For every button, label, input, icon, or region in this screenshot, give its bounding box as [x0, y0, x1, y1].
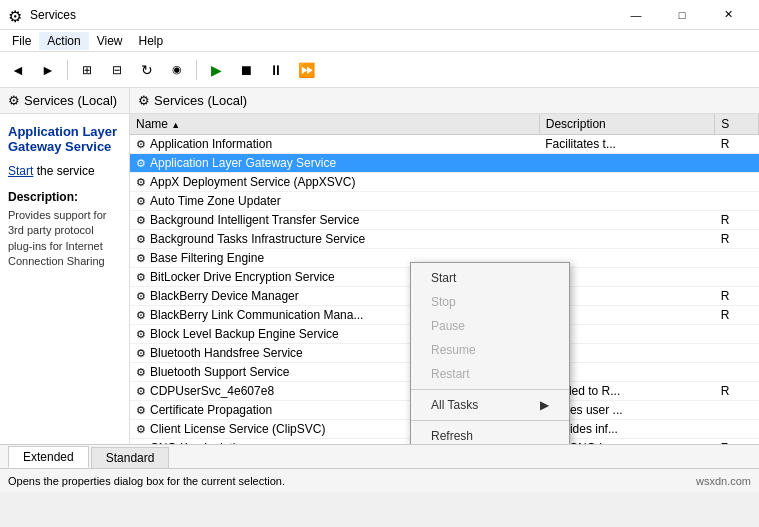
menu-action[interactable]: Action [39, 32, 88, 50]
right-panel: Name ▲ Description S ⚙Application Inform… [130, 114, 759, 444]
status-bar: Opens the properties dialog box for the … [0, 468, 759, 492]
service-status-cell [715, 401, 759, 420]
close-button[interactable]: ✕ [705, 0, 751, 30]
title-text: Services [30, 8, 613, 22]
context-menu-separator [411, 389, 569, 390]
toolbar-separator-2 [196, 60, 197, 80]
table-row[interactable]: ⚙Application InformationFacilitates t...… [130, 135, 759, 154]
service-status-cell [715, 192, 759, 211]
service-status-cell: R [715, 439, 759, 445]
table-row[interactable]: ⚙Auto Time Zone Updater [130, 192, 759, 211]
service-name-cell: ⚙Background Tasks Infrastructure Service [130, 230, 539, 249]
context-menu-item: Restart [411, 362, 569, 386]
play-button[interactable]: ▶ [202, 56, 230, 84]
maximize-button[interactable]: □ [659, 0, 705, 30]
service-status-cell [715, 154, 759, 173]
right-panel-header: ⚙ Services (Local) [130, 88, 759, 114]
title-icon: ⚙ [8, 7, 24, 23]
col-desc[interactable]: Description [539, 114, 714, 135]
export-button[interactable]: ◉ [163, 56, 191, 84]
table-row[interactable]: ⚙Application Layer Gateway Service [130, 154, 759, 173]
panel-headers: ⚙ Services (Local) ⚙ Services (Local) [0, 88, 759, 114]
service-status-cell [715, 363, 759, 382]
window-controls: — □ ✕ [613, 0, 751, 30]
service-status-cell [715, 325, 759, 344]
bottom-tabs: Extended Standard [0, 444, 759, 468]
col-name[interactable]: Name ▲ [130, 114, 539, 135]
toolbar: ◄ ► ⊞ ⊟ ↻ ◉ ▶ ⏹ ⏸ ⏩ [0, 52, 759, 88]
context-menu-item: Resume [411, 338, 569, 362]
show-button[interactable]: ⊟ [103, 56, 131, 84]
context-menu-separator [411, 420, 569, 421]
service-name-cell: ⚙Application Information [130, 135, 539, 154]
service-desc-cell [539, 230, 714, 249]
left-header-text: Services (Local) [24, 93, 117, 108]
context-menu: StartStopPauseResumeRestartAll Tasks▶Ref… [410, 262, 570, 444]
up-button[interactable]: ⊞ [73, 56, 101, 84]
service-name-cell: ⚙Auto Time Zone Updater [130, 192, 539, 211]
menu-bar: File Action View Help [0, 30, 759, 52]
service-desc-cell [539, 173, 714, 192]
service-name-cell: ⚙Application Layer Gateway Service [130, 154, 539, 173]
service-name-cell: ⚙Background Intelligent Transfer Service [130, 211, 539, 230]
service-status-cell: R [715, 211, 759, 230]
table-row[interactable]: ⚙Background Tasks Infrastructure Service… [130, 230, 759, 249]
service-name-display: Application Layer Gateway Service [8, 124, 121, 154]
start-suffix: the service [33, 164, 94, 178]
description-text: Provides support for 3rd party protocol … [8, 208, 121, 270]
context-menu-item[interactable]: Refresh [411, 424, 569, 444]
description-label: Description: [8, 190, 121, 204]
right-header-text: Services (Local) [154, 93, 247, 108]
service-status-cell [715, 249, 759, 268]
service-status-cell: R [715, 306, 759, 325]
context-menu-item: Pause [411, 314, 569, 338]
status-text: Opens the properties dialog box for the … [8, 475, 285, 487]
title-bar: ⚙ Services — □ ✕ [0, 0, 759, 30]
start-link[interactable]: Start [8, 164, 33, 178]
left-panel-header: ⚙ Services (Local) [0, 88, 130, 114]
forward-button[interactable]: ► [34, 56, 62, 84]
toolbar-separator-1 [67, 60, 68, 80]
tab-extended[interactable]: Extended [8, 446, 89, 468]
refresh-button[interactable]: ↻ [133, 56, 161, 84]
table-header-row: Name ▲ Description S [130, 114, 759, 135]
tab-standard[interactable]: Standard [91, 447, 170, 468]
left-panel: Application Layer Gateway Service Start … [0, 114, 130, 444]
service-status-cell: R [715, 230, 759, 249]
table-row[interactable]: ⚙Background Intelligent Transfer Service… [130, 211, 759, 230]
table-row[interactable]: ⚙AppX Deployment Service (AppXSVC) [130, 173, 759, 192]
menu-view[interactable]: View [89, 32, 131, 50]
start-service-line: Start the service [8, 164, 121, 178]
service-status-cell [715, 420, 759, 439]
service-desc-cell: Facilitates t... [539, 135, 714, 154]
service-desc-cell [539, 192, 714, 211]
restart-button[interactable]: ⏩ [292, 56, 320, 84]
service-status-cell [715, 268, 759, 287]
pause-button[interactable]: ⏸ [262, 56, 290, 84]
context-menu-item[interactable]: All Tasks▶ [411, 393, 569, 417]
stop-button[interactable]: ⏹ [232, 56, 260, 84]
website-text: wsxdn.com [696, 475, 751, 487]
service-desc-cell [539, 154, 714, 173]
service-name-cell: ⚙AppX Deployment Service (AppXSVC) [130, 173, 539, 192]
menu-file[interactable]: File [4, 32, 39, 50]
back-button[interactable]: ◄ [4, 56, 32, 84]
main-area: Application Layer Gateway Service Start … [0, 114, 759, 444]
service-status-cell: R [715, 135, 759, 154]
menu-help[interactable]: Help [131, 32, 172, 50]
service-status-cell: R [715, 287, 759, 306]
service-status-cell [715, 344, 759, 363]
service-status-cell: R [715, 382, 759, 401]
minimize-button[interactable]: — [613, 0, 659, 30]
context-menu-item[interactable]: Start [411, 266, 569, 290]
service-status-cell [715, 173, 759, 192]
context-menu-item: Stop [411, 290, 569, 314]
service-desc-cell [539, 211, 714, 230]
col-status[interactable]: S [715, 114, 759, 135]
